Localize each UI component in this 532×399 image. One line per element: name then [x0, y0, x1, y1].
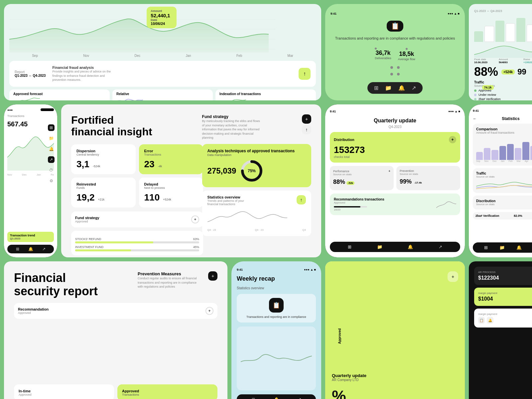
nav-bell2-icon[interactable]: 🔔: [28, 247, 33, 251]
snav-bell-icon[interactable]: 🔔: [516, 245, 522, 250]
amount-value: 52,440,1: [151, 13, 173, 18]
prev-badge: -17.4k: [413, 181, 423, 185]
quarterly-nav-bar[interactable]: ⊞ 📁 🔔 ↗: [330, 242, 460, 252]
ar-process-label: AR PROCESS: [478, 271, 495, 274]
add-fund-button[interactable]: +: [302, 114, 311, 124]
side-nav-icon-4[interactable]: ↗: [48, 156, 55, 163]
side-nav-icon-1[interactable]: ⊞: [48, 124, 55, 131]
mid-tablet-panel: Fortified financial insight Dispersion C…: [61, 104, 321, 257]
recom-mini-chart: [436, 198, 456, 211]
stocks-bar-fill: [75, 241, 153, 243]
snav-folder-icon[interactable]: 📁: [499, 245, 505, 250]
approved-dot: [474, 89, 476, 92]
invest-progress: INVESTMENT FUND 45%: [75, 245, 199, 251]
stats-overview-sub: Trends and patterns of your financial tr…: [207, 199, 254, 206]
quarterly-update-sub: AR Company LTD: [332, 378, 458, 382]
bot-small-cards: In-time Approved Approved Transactions: [14, 384, 217, 399]
bottom-nav[interactable]: ⊞ 🔔 ↗: [7, 245, 54, 253]
up-button[interactable]: ↑: [302, 125, 311, 134]
transaction-panel: AR PROCESS $122304 margin payment $1004 …: [469, 261, 532, 399]
report-desc: Provide insights and pieces of advice on…: [52, 69, 119, 82]
green-badge: +524k: [501, 69, 515, 74]
nav-bell-icon[interactable]: 🔔: [398, 85, 405, 91]
left-phone-chart: [7, 131, 54, 171]
delayed-card: Delayed Next to process 110 +524k: [139, 178, 203, 207]
recom-add-button[interactable]: +: [205, 307, 213, 315]
side-nav-icon-2[interactable]: 📁: [48, 135, 55, 142]
qnav-bell-icon[interactable]: 🔔: [408, 244, 413, 249]
recommandation-bottom-card: Recommandation Approved +: [14, 303, 217, 319]
prevention-card: Prevention Source on stats 99% -17.4k: [396, 166, 460, 190]
perf-add-icon[interactable]: +: [388, 169, 390, 173]
nav-grid-icon[interactable]: ⊞: [16, 247, 19, 251]
stats-nav-bar[interactable]: ⊞ 📁 🔔 ↗: [473, 242, 532, 253]
mobile-icon: 📋: [387, 21, 403, 32]
qnav-share-icon[interactable]: ↗: [439, 244, 442, 249]
dist-mini-title: Discribution: [476, 199, 495, 203]
bot-right-quarterly: Approved + Quarterly update AR Company L…: [325, 261, 465, 399]
side-nav-icon-6[interactable]: ⚙: [48, 178, 55, 184]
donut-container: 275,039 75%: [207, 159, 306, 183]
mid-phone-quarterly: 9:41 ●●● ▲ ■ Quarterly update Q4-2023 Di…: [325, 104, 465, 257]
stats-upload-button[interactable]: ↑: [297, 195, 306, 204]
weekly-compliance-text: Transactions and reporting are in compli…: [246, 315, 306, 319]
prevention-desc: Conduct regular audits to ensure all fin…: [138, 276, 198, 289]
side-nav-icon-5[interactable]: ⏱: [48, 167, 55, 174]
quarterly-add-button[interactable]: +: [448, 271, 458, 282]
qnav-folder-icon[interactable]: 📁: [377, 244, 382, 249]
verification-row: 2ba# Verification 82.0% 80.1%: [473, 212, 532, 219]
distribution-add-button[interactable]: +: [449, 136, 456, 143]
traffic-mini-title: Traffic: [476, 172, 495, 175]
prevention-value: 99%: [400, 178, 412, 185]
comparison-bar-chart: [476, 140, 532, 160]
mid-left-phone: ●●● Transactions 567.45 Nov Dec Jan Fe ⊞…: [4, 104, 57, 257]
weekly-nav[interactable]: ⊞ 🔔 ↗: [237, 394, 316, 399]
quarterly-large-percent: %: [332, 388, 458, 399]
stats-back-button[interactable]: ←: [473, 116, 477, 121]
mobile-screen: 9:41 ●●● ▲ ■ 📋 Transactions and reportin…: [325, 4, 465, 100]
dispersion-value: 3,1: [76, 159, 89, 170]
snav-home-icon[interactable]: ⊞: [484, 245, 488, 250]
quarterly-right-section: +: [448, 271, 458, 282]
quarterly-title: Quarterly update: [330, 118, 460, 124]
wnav-home-icon[interactable]: ⊞: [252, 397, 255, 399]
weekly-subtitle: Statistics overview: [237, 286, 316, 290]
date-label: Date: [151, 18, 173, 22]
stats-screen-title: Statistics: [502, 116, 519, 121]
distribution-card: Distribution + 153273 checks total: [330, 132, 460, 163]
mini-icon-2[interactable]: 🔔: [487, 317, 493, 324]
nav-share-icon[interactable]: ↗: [412, 85, 416, 91]
bar-chart-area: [474, 15, 532, 42]
mobile-nav[interactable]: ⊞ 📁 🔔 ↗: [367, 82, 423, 94]
wnav-bell-icon[interactable]: 🔔: [274, 397, 279, 399]
side-nav[interactable]: ⊞ 📁 🔔 ↗ ⏱ ⚙: [48, 124, 55, 184]
stocks-progress: STOCKS' REFUND 63%: [75, 237, 199, 243]
quarterly-update-title: Quarterly update: [332, 373, 458, 378]
avg-flow-label: Average flow: [398, 58, 415, 61]
weekly-icon: 📋: [269, 298, 284, 313]
qnav-home-icon[interactable]: ⊞: [348, 244, 351, 249]
nav-folder-icon[interactable]: 📁: [385, 85, 392, 91]
deliverables-label: Deliverables: [375, 57, 391, 60]
mobile-compliance-text: Transactions and reporting are in compli…: [335, 36, 455, 41]
fund-strategy-title: Fund strategy: [202, 114, 262, 119]
upload-button[interactable]: ↑: [299, 68, 311, 80]
stats-overview-card: Statistics overview Trends and patterns …: [202, 191, 311, 236]
fund-add-button[interactable]: +: [191, 215, 199, 223]
side-nav-icon-3[interactable]: 🔔: [48, 146, 55, 152]
approved-rotated-label: Approved: [338, 329, 341, 344]
relative-card: Relative: [112, 89, 213, 100]
in-time-label: In-time: [19, 389, 109, 393]
nav-home-icon[interactable]: ⊞: [374, 85, 378, 91]
amount-stat-value: 564893: [499, 61, 522, 64]
nav-share2-icon[interactable]: ↗: [42, 247, 46, 251]
checks-value: 153273: [334, 145, 456, 155]
mini-icon-1[interactable]: 📋: [478, 317, 485, 324]
prevention-add-button[interactable]: +: [208, 271, 217, 281]
stats-phone-screen: 9:41 ●●● ▲ ■ ← Statistics ··· Comparison…: [469, 104, 532, 257]
reinvested-card: Reinvested Funds 19,2 +21k: [71, 178, 136, 207]
fund-strategy-top: Fund strategy By meticulously tracking t…: [202, 114, 311, 140]
wnav-share-icon[interactable]: ↗: [298, 397, 301, 399]
fund-card-title: Fund strategy: [75, 216, 99, 220]
traffic-mini-section: Traffic Source on stats Q4 · 23: [473, 168, 532, 193]
